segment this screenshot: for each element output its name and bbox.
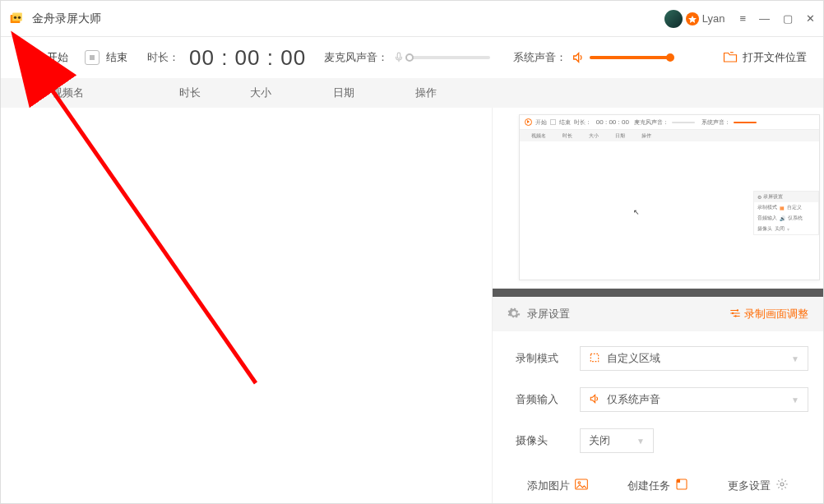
image-icon	[575, 479, 588, 492]
create-task-button[interactable]: 创建任务	[627, 478, 688, 493]
settings-title: 录屏设置	[527, 307, 723, 321]
settings-body: 录制模式 自定义区域 ▼ 音频输入 仅系统声音 ▼	[493, 331, 823, 453]
system-volume-slider[interactable]	[590, 56, 670, 59]
column-date: 日期	[299, 86, 389, 100]
adjust-area-link[interactable]: 录制画面调整	[729, 307, 808, 321]
task-icon	[675, 478, 688, 493]
end-label: 结束	[106, 50, 127, 65]
gear-icon	[507, 307, 521, 322]
speaker-icon	[572, 51, 585, 64]
audio-select[interactable]: 仅系统声音 ▼	[580, 387, 808, 412]
main-area: 开始 结束 时长： 00 : 00 : 00 麦克风声音： 系统声音： 视频名 …	[1, 108, 823, 504]
mode-label: 录制模式	[516, 351, 565, 366]
recordings-table-header: 视频名 时长 大小 日期 操作	[1, 78, 823, 108]
svg-point-5	[732, 312, 734, 313]
mode-select[interactable]: 自定义区域 ▼	[580, 346, 808, 371]
svg-point-9	[578, 482, 581, 484]
username[interactable]: Lyan	[702, 12, 725, 25]
right-panel: 开始 结束 时长： 00 : 00 : 00 麦克风声音： 系统声音： 视频名 …	[492, 108, 823, 504]
bottom-actions: 添加图片 创建任务 更多设置	[493, 453, 823, 504]
preview-mic-slider	[672, 122, 695, 123]
minimize-button[interactable]: —	[759, 12, 770, 25]
system-volume-label: 系统声音：	[513, 50, 567, 65]
recordings-list	[1, 108, 492, 504]
stop-record-button[interactable]	[85, 50, 100, 65]
preview-settings-panel: ⚙录屏设置 录制模式▦自定义 音频输入🔊仅系统 摄像头关闭▾	[753, 191, 819, 235]
more-settings-button[interactable]: 更多设置	[728, 478, 789, 493]
app-title: 金舟录屏大师	[32, 12, 101, 26]
record-timer: 00 : 00 : 00	[189, 45, 306, 71]
column-name: 视频名	[52, 86, 157, 100]
preview-cursor-icon: ↖	[633, 208, 640, 216]
svg-rect-7	[590, 354, 598, 361]
crop-icon	[589, 352, 600, 366]
svg-point-4	[737, 309, 738, 311]
close-button[interactable]: ✕	[806, 12, 815, 25]
system-volume-group: 系统声音：	[513, 50, 670, 65]
audio-label: 音频输入	[516, 392, 565, 407]
settings-header: 录屏设置 录制画面调整	[493, 297, 823, 331]
add-image-button[interactable]: 添加图片	[527, 478, 588, 493]
app-logo-icon	[9, 11, 25, 27]
preview-bottom-strip	[493, 289, 823, 297]
mic-volume-slider[interactable]	[410, 56, 490, 59]
speaker-small-icon	[589, 393, 600, 407]
vip-badge-icon	[686, 12, 699, 25]
column-size: 大小	[223, 86, 299, 100]
preview-play-icon	[525, 118, 532, 126]
gear-outline-icon	[775, 478, 789, 493]
duration-label: 时长：	[147, 50, 179, 65]
svg-point-3	[18, 16, 21, 18]
preview-sys-slider	[734, 122, 757, 123]
svg-rect-1	[12, 12, 22, 21]
chevron-down-icon: ▼	[791, 395, 799, 405]
record-preview: 开始 结束 时长： 00 : 00 : 00 麦克风声音： 系统声音： 视频名 …	[493, 108, 823, 289]
sliders-icon	[729, 307, 741, 321]
svg-rect-11	[677, 479, 680, 483]
svg-point-12	[780, 483, 784, 486]
start-label: 开始	[47, 50, 68, 65]
maximize-button[interactable]: ▢	[783, 12, 793, 25]
preview-window: 开始 结束 时长： 00 : 00 : 00 麦克风声音： 系统声音： 视频名 …	[519, 114, 820, 280]
column-duration: 时长	[157, 86, 223, 100]
chevron-down-icon: ▼	[791, 354, 799, 363]
mic-volume-group: 麦克风声音：	[324, 50, 490, 65]
camera-select[interactable]: 关闭 ▼	[580, 428, 654, 453]
menu-button[interactable]: ≡	[739, 12, 746, 25]
chevron-down-icon: ▼	[637, 437, 645, 446]
folder-icon	[723, 50, 738, 66]
open-folder-label: 打开文件位置	[743, 50, 807, 65]
column-operate: 操作	[389, 86, 463, 100]
microphone-icon	[393, 52, 405, 63]
title-bar: 金舟录屏大师 Lyan ≡ — ▢ ✕	[1, 1, 823, 37]
mic-volume-label: 麦克风声音：	[324, 50, 388, 65]
user-avatar[interactable]	[664, 10, 683, 28]
open-folder-button[interactable]: 打开文件位置	[723, 50, 807, 66]
preview-stop-icon	[550, 119, 556, 125]
svg-point-2	[14, 16, 16, 18]
main-toolbar: 开始 结束 时长： 00 : 00 : 00 麦克风声音： 系统声音： 打开文件…	[1, 37, 823, 78]
svg-point-6	[734, 315, 736, 317]
start-record-button[interactable]	[21, 48, 40, 67]
camera-label: 摄像头	[516, 433, 565, 448]
